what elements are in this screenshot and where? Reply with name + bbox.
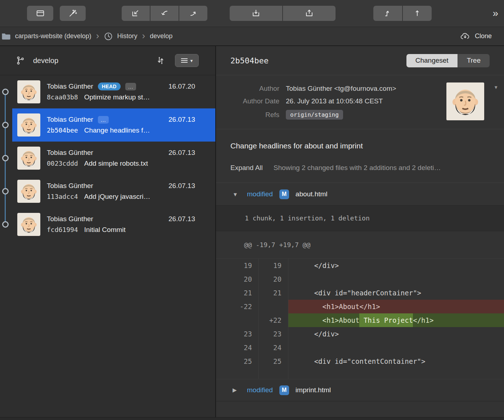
column-separator — [288, 259, 288, 379]
fetch-button[interactable] — [122, 6, 150, 21]
expand-all-button[interactable]: Expand All — [230, 164, 263, 172]
clone-button[interactable]: Clone — [460, 32, 492, 41]
avatar-dropdown-icon[interactable]: ▼ — [494, 85, 498, 90]
clone-label: Clone — [475, 32, 492, 40]
breadcrumb-history[interactable]: History — [104, 32, 137, 41]
tab-changeset[interactable]: Changeset — [406, 54, 458, 67]
code-line: <div id="headerContainer"> — [288, 286, 504, 300]
commit-list: Tobias Günther HEAD … 16.07.20 8caa03b8 … — [0, 75, 215, 419]
file-header-about[interactable]: ▼ modified M about.html — [216, 183, 504, 205]
avatar — [17, 213, 40, 236]
refs-badge[interactable]: origin/staging — [286, 110, 343, 120]
file-status: modified — [247, 190, 273, 198]
stash-button-group — [230, 6, 336, 21]
modified-badge: M — [279, 189, 289, 199]
commit-body: Tobias Günther HEAD … 16.07.20 8caa03b8 … — [47, 82, 195, 101]
commit-message: Optimize markup st… — [84, 93, 150, 101]
commit-body: Tobias Günther … 26.07.13 2b504bee Chang… — [47, 116, 195, 134]
file-name: imprint.html — [296, 386, 331, 394]
commit-hash: 0023cddd — [47, 160, 78, 167]
push-button[interactable] — [179, 6, 207, 21]
old-line-number: 24 — [216, 341, 258, 354]
commit-graph-node — [2, 89, 9, 95]
pull-button[interactable] — [150, 6, 179, 21]
tab-tree[interactable]: Tree — [458, 54, 490, 67]
compare-button[interactable] — [156, 55, 166, 66]
commit-list-item[interactable]: Tobias Günther 26.07.13 113adcc4 Add jQu… — [12, 175, 215, 208]
new-line-number: 24 — [258, 341, 288, 354]
new-line-number: 25 — [258, 354, 288, 368]
commit-author: Tobias Günther — [47, 82, 93, 90]
commit-date: 16.07.20 — [168, 82, 195, 90]
file-name: about.html — [296, 190, 328, 198]
publish-button[interactable] — [373, 6, 402, 21]
commit-list-item[interactable]: Tobias Günther 26.07.13 fcd61994 Initial… — [12, 208, 215, 241]
commit-refs-more-button[interactable]: … — [125, 83, 136, 90]
commit-list-item-selected[interactable]: Tobias Günther … 26.07.13 2b504bee Chang… — [12, 108, 215, 142]
diff-line: 23 23 </div> — [216, 327, 504, 341]
old-line-number: 21 — [216, 286, 258, 300]
avatar — [17, 113, 40, 137]
diff-line-deletion: -22 <h1>About</h1> — [216, 300, 504, 313]
list-options-button[interactable]: ▾ — [175, 54, 199, 67]
breadcrumb-repo-label: carparts-website (develop) — [15, 32, 91, 40]
commit-message-title: Change headlines for about and imprint — [230, 142, 490, 150]
breadcrumb-branch-label: develop — [150, 32, 172, 40]
commit-hash-title: 2b504bee — [230, 56, 269, 65]
diff-line: 21 21 <div id="headerContainer"> — [216, 286, 504, 300]
magic-wand-icon — [68, 9, 77, 18]
old-line-number: 25 — [216, 354, 258, 368]
diff-line: 25 25 <div id="contentContainer"> — [216, 354, 504, 368]
folder-icon — [1, 32, 11, 41]
commit-message: Change headlines f… — [84, 126, 150, 134]
cloud-download-icon — [460, 32, 471, 41]
old-line-number: 20 — [216, 272, 258, 286]
commit-meta-section: Author Tobias Günther <tg@fournova.com> … — [216, 75, 504, 129]
main-content: develop ▾ Tobias Günther — [0, 46, 504, 419]
chevron-down-icon: ▾ — [190, 58, 193, 63]
diff-line: 24 24 — [216, 341, 504, 354]
breadcrumb-repo[interactable]: carparts-website (develop) — [1, 32, 91, 41]
commit-author: Tobias Günther — [47, 182, 93, 190]
commit-date: 26.07.13 — [168, 149, 195, 157]
commit-refs-more-button[interactable]: … — [98, 116, 109, 124]
diff-line: 20 20 — [216, 272, 504, 286]
commit-author: Tobias Günther — [47, 149, 93, 157]
open-repository-button[interactable] — [27, 6, 53, 21]
tray-icon — [36, 9, 45, 18]
quick-actions-button[interactable] — [60, 6, 86, 21]
author-date-label: Author Date — [230, 97, 279, 105]
new-line-number — [258, 300, 288, 313]
avatar — [17, 180, 40, 203]
commit-list-item[interactable]: Tobias Günther 26.07.13 0023cddd Add sim… — [12, 142, 215, 175]
stash-pop-icon — [305, 9, 314, 18]
disclosure-closed-icon[interactable]: ▶ — [233, 387, 240, 393]
code-line: <h1>About This Project</h1> — [288, 313, 504, 327]
commit-graph-node — [2, 188, 9, 195]
commit-body: Tobias Günther 26.07.13 0023cddd Add sim… — [47, 149, 195, 167]
old-line-number: 23 — [216, 327, 258, 341]
code-line — [288, 341, 504, 354]
commit-graph-node — [2, 155, 9, 161]
code-line: <h1>About</h1> — [288, 300, 504, 313]
file-header-imprint[interactable]: ▶ modified M imprint.html — [216, 379, 504, 401]
pull-arrow-icon — [160, 9, 169, 18]
new-line-number: 21 — [258, 286, 288, 300]
toolbar-overflow-button[interactable]: » — [492, 8, 498, 19]
stash-button[interactable] — [230, 6, 282, 21]
word-diff-highlight: This Project — [359, 313, 413, 327]
commit-date: 26.07.13 — [168, 215, 195, 223]
breadcrumb-branch[interactable]: develop — [150, 32, 172, 40]
upload-button[interactable] — [403, 6, 432, 21]
author-value: Tobias Günther <tg@fournova.com> — [286, 85, 432, 93]
changed-files-summary: Showing 2 changed files with 2 additions… — [274, 164, 490, 172]
code-line — [288, 272, 504, 286]
stash-pop-button[interactable] — [283, 6, 336, 21]
disclosure-open-icon[interactable]: ▼ — [233, 191, 240, 197]
author-label: Author — [230, 85, 279, 93]
author-avatar — [446, 82, 484, 120]
sync-button-group — [122, 6, 207, 21]
refs-label: Refs — [230, 111, 279, 119]
commit-message: Initial Commit — [84, 226, 126, 234]
commit-list-item[interactable]: Tobias Günther HEAD … 16.07.20 8caa03b8 … — [12, 75, 215, 108]
